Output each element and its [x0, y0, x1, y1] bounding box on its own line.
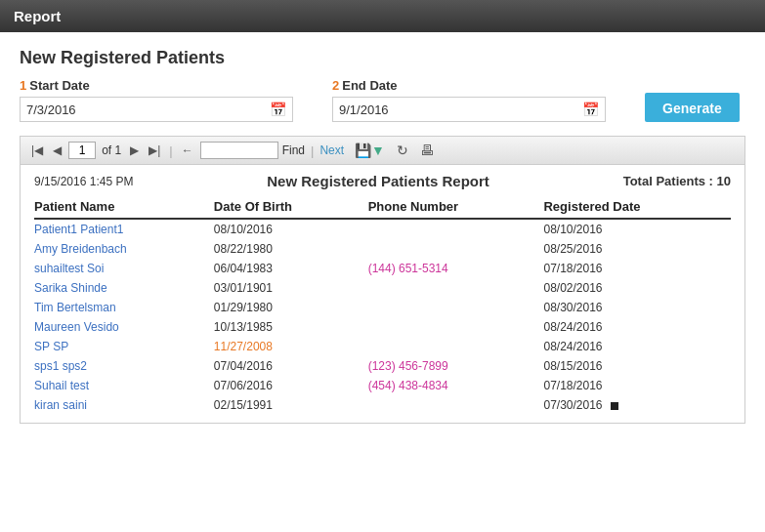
- cell-phone: [368, 317, 544, 337]
- print-button[interactable]: 🖶: [417, 141, 437, 160]
- cell-phone: (123) 456-7899: [368, 356, 544, 376]
- cell-reg-date: 08/15/2016: [543, 356, 731, 376]
- toolbar-separator: |: [169, 143, 172, 158]
- cell-reg-date: 08/24/2016: [543, 317, 731, 337]
- cell-reg-date: 08/24/2016: [543, 337, 731, 356]
- cell-dob: 07/04/2016: [214, 356, 368, 376]
- col-patient-name: Patient Name: [34, 195, 214, 219]
- col-dob: Date Of Birth: [214, 195, 368, 219]
- cell-patient-name[interactable]: Maureen Vesido: [34, 317, 214, 337]
- cell-reg-date: 07/18/2016: [543, 259, 731, 278]
- cell-patient-name[interactable]: Suhail test: [34, 376, 214, 395]
- table-row: sps1 sps207/04/2016(123) 456-789908/15/2…: [34, 356, 731, 376]
- start-date-label-row: 1 Start Date: [20, 78, 293, 93]
- last-page-button[interactable]: ▶|: [146, 142, 163, 159]
- end-date-label: End Date: [342, 78, 397, 93]
- cell-phone: (454) 438-4834: [368, 376, 544, 395]
- table-row: suhailtest Soi06/04/1983(144) 651-531407…: [34, 259, 731, 278]
- end-date-label-row: 2 End Date: [332, 78, 606, 93]
- col-reg-date: Registered Date: [543, 195, 731, 219]
- first-page-button[interactable]: |◀: [28, 142, 46, 159]
- report-toolbar: |◀ ◀ of 1 ▶ ▶| | ← Find | Next 💾▼ ↻ 🖶: [21, 137, 744, 165]
- start-date-group: 1 Start Date 📅: [20, 78, 293, 122]
- cell-dob: 01/29/1980: [214, 298, 368, 317]
- table-row: SP SP11/27/200808/24/2016: [34, 337, 731, 356]
- page-number-input[interactable]: [68, 142, 96, 159]
- cell-dob: 08/10/2016: [214, 219, 368, 239]
- cell-phone: (144) 651-5314: [368, 259, 544, 278]
- cell-patient-name[interactable]: kiran saini: [34, 395, 214, 415]
- table-header-row: Patient Name Date Of Birth Phone Number …: [34, 195, 731, 219]
- table-row: Sarika Shinde03/01/190108/02/2016: [34, 278, 731, 298]
- find-label: Find: [282, 143, 305, 157]
- cell-patient-name[interactable]: suhailtest Soi: [34, 259, 214, 278]
- cell-reg-date: 08/10/2016: [543, 219, 731, 239]
- main-content: New Registered Patients 1 Start Date 📅 2…: [0, 32, 765, 433]
- end-date-input[interactable]: [339, 102, 578, 117]
- cell-patient-name[interactable]: sps1 sps2: [34, 356, 214, 376]
- export-button[interactable]: 💾▼: [352, 141, 388, 160]
- start-date-label: Start Date: [29, 78, 89, 93]
- cell-dob: 10/13/1985: [214, 317, 368, 337]
- table-row: kiran saini02/15/199107/30/2016: [34, 395, 731, 415]
- cell-phone: [368, 337, 544, 356]
- cell-phone: [368, 395, 544, 415]
- cell-dob: 02/15/1991: [214, 395, 368, 415]
- cell-reg-date: 08/25/2016: [543, 239, 731, 259]
- page-title: New Registered Patients: [20, 48, 745, 68]
- cell-reg-date: 07/18/2016: [543, 376, 731, 395]
- toolbar-icons: 💾▼ ↻ 🖶: [352, 141, 437, 160]
- cell-reg-date: 08/02/2016: [543, 278, 731, 298]
- table-header: Patient Name Date Of Birth Phone Number …: [34, 195, 731, 219]
- cell-patient-name[interactable]: Amy Breidenbach: [34, 239, 214, 259]
- find-sep: |: [311, 143, 314, 158]
- report-container: |◀ ◀ of 1 ▶ ▶| | ← Find | Next 💾▼ ↻ 🖶 9/…: [20, 136, 745, 424]
- generate-button[interactable]: Generate: [645, 93, 740, 122]
- end-date-number: 2: [332, 78, 339, 93]
- table-row: Suhail test07/06/2016(454) 438-483407/18…: [34, 376, 731, 395]
- title-bar-label: Report: [14, 8, 61, 24]
- cell-patient-name[interactable]: SP SP: [34, 337, 214, 356]
- table-row: Maureen Vesido10/13/198508/24/2016: [34, 317, 731, 337]
- cell-dob: 07/06/2016: [214, 376, 368, 395]
- cell-reg-date: 08/30/2016: [543, 298, 731, 317]
- start-date-input-wrapper[interactable]: 📅: [20, 97, 293, 122]
- end-date-calendar-icon[interactable]: 📅: [582, 102, 599, 117]
- title-bar: Report: [0, 0, 765, 32]
- patients-table: Patient Name Date Of Birth Phone Number …: [34, 195, 731, 415]
- cell-patient-name[interactable]: Sarika Shinde: [34, 278, 214, 298]
- end-date-group: 2 End Date 📅: [332, 78, 606, 122]
- start-date-input[interactable]: [26, 102, 266, 117]
- cell-phone: [368, 298, 544, 317]
- table-row: Patient1 Patient108/10/201608/10/2016: [34, 219, 731, 239]
- next-page-button[interactable]: ▶: [127, 142, 142, 159]
- cell-dob: 08/22/1980: [214, 239, 368, 259]
- table-body: Patient1 Patient108/10/201608/10/2016Amy…: [34, 219, 731, 415]
- next-label[interactable]: Next: [319, 143, 344, 157]
- end-date-input-wrapper[interactable]: 📅: [332, 97, 606, 122]
- cell-dob: 06/04/1983: [214, 259, 368, 278]
- col-phone: Phone Number: [368, 195, 544, 219]
- cell-patient-name[interactable]: Patient1 Patient1: [34, 219, 214, 239]
- prev-page-button[interactable]: ◀: [50, 142, 64, 159]
- report-body: 9/15/2016 1:45 PM New Registered Patient…: [21, 165, 744, 423]
- cell-phone: [368, 278, 544, 298]
- cell-patient-name[interactable]: Tim Bertelsman: [34, 298, 214, 317]
- find-input[interactable]: [200, 142, 278, 159]
- cell-phone: [368, 239, 544, 259]
- total-patients: Total Patients : 10: [623, 174, 731, 188]
- back-button[interactable]: ←: [179, 142, 196, 159]
- cell-phone: [368, 219, 544, 239]
- refresh-button[interactable]: ↻: [394, 141, 411, 160]
- cell-dob: 11/27/2008: [214, 337, 368, 356]
- start-date-calendar-icon[interactable]: 📅: [270, 102, 286, 117]
- report-date: 9/15/2016 1:45 PM: [34, 175, 133, 188]
- form-row: 1 Start Date 📅 2 End Date 📅 Generate: [20, 78, 745, 122]
- cell-reg-date: 07/30/2016: [543, 395, 731, 415]
- table-row: Tim Bertelsman01/29/198008/30/2016: [34, 298, 731, 317]
- report-title: New Registered Patients Report: [267, 173, 489, 189]
- table-row: Amy Breidenbach08/22/198008/25/2016: [34, 239, 731, 259]
- cell-dob: 03/01/1901: [214, 278, 368, 298]
- report-header-row: 9/15/2016 1:45 PM New Registered Patient…: [34, 173, 731, 189]
- of-label: of 1: [102, 143, 121, 157]
